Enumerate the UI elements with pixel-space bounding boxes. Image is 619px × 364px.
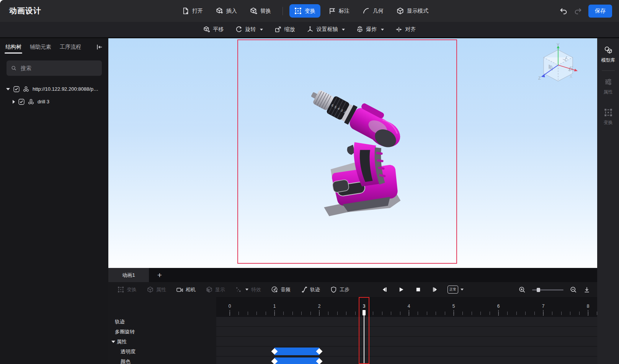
step-backward-icon[interactable] xyxy=(382,287,387,292)
tab-auxiliary-elements[interactable]: 辅助元素 xyxy=(30,38,51,56)
align-button[interactable]: 对齐 xyxy=(395,26,416,33)
row-track[interactable] xyxy=(216,317,597,326)
checkbox-checked-icon[interactable] xyxy=(13,86,20,92)
set-pivot-button[interactable]: 设置枢轴 xyxy=(307,26,345,33)
effects-dropdown-caret[interactable] xyxy=(245,289,248,291)
panel-transform[interactable]: 变换 xyxy=(604,108,613,126)
tl-camera-button[interactable]: 相机 xyxy=(176,286,196,293)
stop-icon[interactable] xyxy=(415,287,421,292)
slider-handle[interactable] xyxy=(537,288,540,292)
keyframe-diamond-start[interactable] xyxy=(271,348,278,355)
tree-node-label[interactable]: http://10.122.92.200:8088/pack... xyxy=(33,86,100,92)
row-track[interactable] xyxy=(216,327,597,336)
transform-icon xyxy=(118,286,124,293)
download-icon[interactable] xyxy=(583,286,590,293)
panel-model-library[interactable]: 模型库 xyxy=(601,46,615,64)
panel-properties[interactable]: 属性 xyxy=(604,78,613,95)
rotate-icon xyxy=(235,26,242,33)
redo-icon[interactable] xyxy=(574,7,582,15)
keyframe-diamond-end[interactable] xyxy=(316,358,323,364)
playhead-time-label: 3 xyxy=(361,304,367,309)
arc-icon xyxy=(363,7,370,15)
zoom-out-icon[interactable] xyxy=(570,286,577,293)
row-label[interactable]: 轨迹 xyxy=(115,318,125,325)
keyframe-bar[interactable] xyxy=(274,348,319,355)
rotate-button[interactable]: 旋转 xyxy=(235,26,263,33)
keyframe-bar[interactable] xyxy=(274,357,319,364)
play-icon[interactable] xyxy=(399,287,404,292)
tab-process-flow[interactable]: 工序流程 xyxy=(60,38,81,56)
row-track[interactable] xyxy=(216,347,597,356)
drill-model[interactable]: 12V 6 5 4 3 2 xyxy=(302,71,406,225)
insert-button[interactable]: 插入 xyxy=(211,4,242,18)
tl-trajectory-button[interactable]: 轨迹 xyxy=(301,286,320,293)
geometry-button[interactable]: 几何 xyxy=(358,4,389,18)
tl-display-button[interactable]: 显示 xyxy=(206,286,225,293)
row-label[interactable]: 透明度 xyxy=(121,348,136,355)
track-row-multiturn-rotation[interactable]: 多圈旋转 xyxy=(108,327,597,336)
open-button[interactable]: 打开 xyxy=(177,4,208,18)
expand-caret-icon[interactable] xyxy=(6,88,10,90)
set-pivot-dropdown-caret[interactable] xyxy=(342,29,345,31)
collapse-sidebar-icon[interactable] xyxy=(96,44,103,51)
pan-button[interactable]: 平移 xyxy=(203,26,224,33)
tl-effects-button[interactable]: 特效 xyxy=(235,286,261,293)
keyframe-diamond-end[interactable] xyxy=(316,348,323,355)
row-expand-caret[interactable] xyxy=(111,341,115,343)
scale-icon xyxy=(274,26,281,33)
row-label[interactable]: 颜色 xyxy=(121,358,131,364)
tl-workstep-button[interactable]: 工步 xyxy=(330,286,350,293)
tree-node-root[interactable]: http://10.122.92.200:8088/pack... xyxy=(0,83,108,95)
replace-button[interactable]: 替换 xyxy=(245,4,276,18)
transform-button[interactable]: 变换 xyxy=(289,4,320,18)
checkbox-checked-icon[interactable] xyxy=(18,99,24,105)
view-cube[interactable]: 上 前 右 Y Z X xyxy=(534,43,580,86)
ruler-tick-8: 8 xyxy=(587,304,590,309)
playback-speed-selector[interactable]: 正常 xyxy=(448,282,464,297)
cube-icon xyxy=(397,7,404,15)
annotation-button[interactable]: 标注 xyxy=(323,4,354,18)
animation-tab[interactable]: 动画1 xyxy=(108,268,149,282)
tab-structure-tree[interactable]: 结构树 xyxy=(5,38,21,56)
timeline-zoom-slider[interactable] xyxy=(532,287,563,292)
viewport-3d[interactable]: 上 前 右 Y Z X xyxy=(108,38,597,268)
playback-controls xyxy=(382,282,438,297)
search-input[interactable] xyxy=(20,65,97,72)
tl-properties-button[interactable]: 属性 xyxy=(147,286,166,293)
tl-audio-button[interactable]: 音频 xyxy=(271,286,291,293)
tree-node-drill[interactable]: drill 3 xyxy=(0,95,108,108)
explode-cube-icon xyxy=(356,26,363,33)
explode-button[interactable]: 爆炸 xyxy=(356,26,384,33)
scale-button[interactable]: 缩放 xyxy=(274,26,295,33)
scale-label: 缩放 xyxy=(284,26,295,33)
track-row-properties[interactable]: 属性 xyxy=(108,337,597,346)
zoom-in-icon[interactable] xyxy=(519,286,526,293)
track-row-trajectory[interactable]: 轨迹 xyxy=(108,317,597,326)
display-mode-button[interactable]: 显示模式 xyxy=(392,4,433,18)
save-button[interactable]: 保存 xyxy=(588,5,612,18)
row-track[interactable] xyxy=(216,337,597,346)
rotate-dropdown-caret[interactable] xyxy=(260,29,263,31)
tl-display-label: 显示 xyxy=(215,286,225,293)
row-track[interactable] xyxy=(216,357,597,364)
add-animation-tab-button[interactable]: + xyxy=(149,268,170,282)
pan-label: 平移 xyxy=(213,26,224,33)
track-row-color[interactable]: 颜色 xyxy=(108,357,597,364)
search-box[interactable] xyxy=(7,60,102,76)
track-row-transparency[interactable]: 透明度 xyxy=(108,347,597,356)
row-label[interactable]: 属性 xyxy=(115,338,127,345)
step-forward-icon[interactable] xyxy=(432,287,438,292)
keyframe-diamond-start[interactable] xyxy=(271,358,278,364)
timeline-ruler[interactable]: 0 1 2 3 4 5 6 7 8 xyxy=(216,297,597,317)
tl-transform-label: 变换 xyxy=(127,286,137,293)
sidebar-divider xyxy=(602,70,615,71)
speed-dropdown-caret[interactable] xyxy=(461,289,464,291)
undo-icon[interactable] xyxy=(559,7,568,15)
assembly-icon xyxy=(23,86,29,92)
collapsed-caret-icon[interactable] xyxy=(13,100,15,104)
tl-transform-button[interactable]: 变换 xyxy=(118,286,137,293)
playhead[interactable]: 3 xyxy=(359,297,369,364)
explode-dropdown-caret[interactable] xyxy=(381,29,384,31)
row-label[interactable]: 多圈旋转 xyxy=(115,328,135,335)
tree-node-label[interactable]: drill 3 xyxy=(38,99,49,104)
